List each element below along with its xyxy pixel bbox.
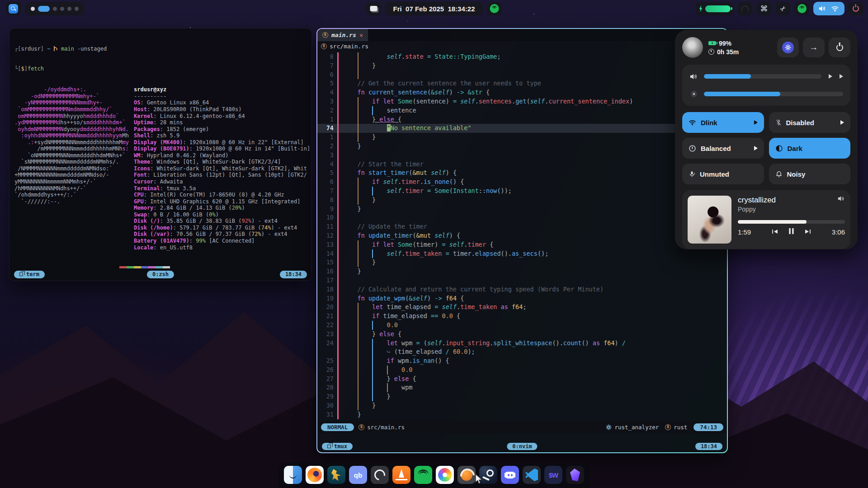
workspace-dot-occupied[interactable] [31,7,35,11]
previous-button[interactable] [771,228,778,236]
speaker-icon [819,5,826,12]
player-volume-icon[interactable] [838,196,845,202]
battery-widget[interactable] [695,2,734,15]
keybinds-button[interactable]: ⌘ [756,2,772,15]
datetime-widget[interactable]: Fri 07 Feb 2025 18:34:22 [385,2,483,15]
close-icon[interactable]: × [359,32,363,39]
code-line: 16 } [317,267,727,276]
brightness-icon [689,90,698,98]
power-button[interactable] [848,2,863,15]
fetch-info-line: Display (MK400): 868x488 @ 60 Hz in 22… [134,139,310,146]
vscode-icon[interactable] [523,466,541,484]
dollar-w-icon[interactable]: $W [544,466,562,484]
toggle-notifications[interactable]: Noisy [769,164,851,184]
photos-icon[interactable] [436,466,454,484]
volume-slider[interactable] [704,74,821,79]
pause-button[interactable] [788,228,794,236]
fetch-art-line: -yNMMMMMMMMMMMNNNmmdhy+- [14,99,134,106]
lutris-icon[interactable] [327,466,345,484]
line-number: 7 [317,187,337,196]
workspace-dot[interactable] [60,7,64,11]
spotify-icon[interactable] [414,466,432,484]
window-icon [19,272,23,276]
qbittorrent-icon[interactable]: qb [349,466,367,484]
screenshot-button[interactable]: ✂ [775,2,791,15]
search-button[interactable] [5,2,21,15]
vlc-icon[interactable] [392,466,410,484]
toggle-bluetooth[interactable]: Disabled [769,112,851,133]
editor-window[interactable]: main.rs × src/main.rs 8 self.state = Sta… [316,28,728,453]
gear-icon [606,424,612,430]
code-line: 8 self.state = State::TypingGame; [317,52,727,61]
stoat-icon[interactable] [458,466,476,484]
fetch-info-line: ---------- [134,93,310,100]
backlight-button[interactable] [737,2,753,15]
files-icon[interactable] [284,466,302,484]
mode-indicator: NORMAL [321,423,354,431]
firefox-icon[interactable] [306,466,324,484]
lamp-icon [741,6,749,11]
workspace-active-indicator[interactable] [38,6,50,12]
workspace-dot[interactable] [67,7,71,11]
brightness-slider[interactable] [704,92,843,96]
tmux-window-pill[interactable]: 0:zsh [147,271,174,278]
workspace-switcher[interactable] [25,2,85,15]
star [407,20,408,21]
statusline: NORMAL src/main.rs rust_analyzer rust 74… [317,421,727,433]
top-bar: Fri 07 Feb 2025 18:34:22 ⌘ ✂ [0,0,868,17]
spotify-tray-button[interactable] [486,2,502,15]
avatar[interactable] [682,37,703,58]
line-number: 31 [317,410,337,419]
power-menu-button[interactable] [829,38,850,57]
shell-prompt: ┌[srdusr] ~ main -unstaged [14,46,307,52]
code-line: 26 0.0 [317,366,727,375]
lock-session-button[interactable]: → [803,38,825,57]
tmux-window-pill[interactable]: 0:nvim [507,443,537,450]
line-number: 23 [317,330,337,339]
arrow-right-icon: → [810,42,818,52]
toggle-wifi[interactable]: Dlink [682,112,764,133]
seek-bar[interactable] [738,220,845,224]
connectivity-pill[interactable] [813,2,844,15]
bufferline: main.rs × [317,29,727,41]
discord-icon[interactable] [501,466,519,484]
fetch-info-line: Battery (01AV479): 99% [AC Connected] [134,238,310,244]
fetch-info-line: Disk (/home): 579.17 GiB / 783.77 GiB (7… [134,225,310,231]
obs-icon[interactable] [371,466,389,484]
terminal-window[interactable]: ┌[srdusr] ~ main -unstaged └[$]fetch -/o… [9,28,312,281]
fetch-art-line: `sNMMMMMMMMNNNmmmdddddmNMmhs/. [14,159,134,165]
workspace-dot[interactable] [53,7,57,11]
notifications-button[interactable] [366,2,382,15]
tmux-status-bar: term 0:zsh 18:34 [9,268,311,281]
rust-icon [359,424,364,430]
fetch-art-line: `-//////:--. [14,198,134,205]
charging-bolt-icon [698,5,703,12]
code-line: 23 } else { [317,330,727,339]
fetch-info-line: Swap: 0 B / 16.00 GiB (0%) [134,211,310,218]
line-number: 1 [317,115,337,124]
code-editor[interactable]: 8 self.state = State::TypingGame;7 }6 5 … [317,52,727,421]
contrast-icon [775,145,783,152]
chevron-right-icon[interactable] [840,74,843,79]
code-line: 4 fn current_sentence(&self) -> &str { [317,88,727,97]
line-number: 16 [317,267,337,276]
toggle-microphone[interactable]: Unmuted [682,164,764,184]
line-number: 28 [317,383,337,392]
code-line: 74 "No sentence available" [317,124,727,133]
workspace-dot[interactable] [75,7,79,11]
code-line: 20 let time_elapsed = self.time_taken as… [317,303,727,312]
buffer-tab[interactable]: main.rs × [317,29,368,41]
settings-button[interactable] [777,38,799,57]
statusline-file: src/main.rs [359,424,405,431]
microphone-icon [689,170,695,178]
album-art[interactable] [688,196,731,244]
chevron-right-icon [754,120,758,125]
toggle-power-profile[interactable]: Balanced [682,138,764,159]
toggle-dark-mode[interactable]: Dark [769,138,851,159]
chevron-right-icon[interactable] [829,74,832,79]
fetch-info-line: Cursor: Adwaita [134,178,310,185]
fetch-info-line: Theme: Windows [Qt], WhiteSur-Dark [GTK2… [134,159,310,165]
media-tray-button[interactable] [794,2,810,15]
next-button[interactable] [804,228,811,236]
obsidian-icon[interactable] [566,466,584,484]
